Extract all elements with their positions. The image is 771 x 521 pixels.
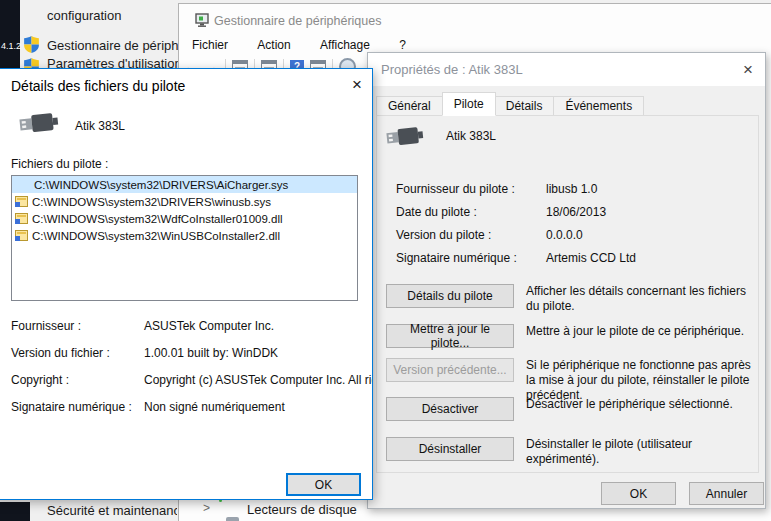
field-value: 0.0.0.0 <box>546 228 583 242</box>
tab-general[interactable]: Général <box>376 96 443 116</box>
action-description: Désactiver le périphérique sélectionné. <box>526 397 760 412</box>
menu-action[interactable]: Action <box>248 35 299 55</box>
field-value: Non signé numériquement <box>144 400 285 414</box>
background-dark-strip <box>0 0 20 68</box>
cancel-button[interactable]: Annuler <box>689 482 764 505</box>
field-label: Fournisseur du pilote : <box>396 182 515 196</box>
field-label: Version du fichier : <box>11 346 110 360</box>
list-item[interactable]: C:\WINDOWS\system32\DRIVERS\AiCharger.sy… <box>12 176 357 193</box>
tree-item-label[interactable]: Lecteurs de disque <box>247 502 357 517</box>
security-maintenance-link[interactable]: Sécurité et maintenance <box>47 503 177 518</box>
field-label: Fournisseur : <box>11 319 81 333</box>
list-item[interactable]: C:\WINDOWS\system32\WinUSBCoInstaller2.d… <box>12 227 357 244</box>
uninstall-driver-button[interactable]: Désinstaller <box>386 437 514 461</box>
tab-pilote[interactable]: Pilote <box>442 92 496 116</box>
update-driver-button[interactable]: Mettre à jour le pilote... <box>386 324 514 348</box>
device-manager-app-icon <box>195 13 209 30</box>
tree-row-disk-drives[interactable]: > Lecteurs de disque <box>203 500 363 521</box>
tab-evenements[interactable]: Événements <box>554 96 644 116</box>
close-icon[interactable]: × <box>345 76 369 93</box>
chevron-right-icon[interactable]: > <box>203 501 210 515</box>
usb-device-icon <box>18 109 60 139</box>
action-description: Afficher les détails concernant les fich… <box>526 284 760 314</box>
field-label: Date du pilote : <box>396 205 477 219</box>
field-value: Artemis CCD Ltd <box>546 251 636 265</box>
device-manager-title: Gestionnaire de périphériques <box>214 14 381 28</box>
roll-back-driver-button: Version précédente... <box>386 358 514 382</box>
driver-details-button[interactable]: Détails du pilote <box>386 284 514 308</box>
field-label: Signataire numérique : <box>396 251 517 265</box>
partial-icon <box>226 517 239 521</box>
field-label: Copyright : <box>11 373 69 387</box>
background-version-text: 4.1.2 <box>1 41 21 51</box>
device-name: Atik 383L <box>75 119 125 133</box>
close-icon[interactable]: × <box>736 61 760 78</box>
driver-files-listbox[interactable]: C:\WINDOWS\system32\DRIVERS\AiCharger.sy… <box>11 175 358 301</box>
field-value: libusb 1.0 <box>546 182 597 196</box>
action-description: Désinstaller le pilote (utilisateur expé… <box>526 437 760 467</box>
background-entry-device-manager[interactable]: Gestionnaire de périphéri <box>47 38 178 53</box>
properties-dialog: Propriétés de : Atik 383L × Général Pilo… <box>367 52 766 509</box>
usb-device-icon <box>385 123 425 152</box>
tab-strip: Général Pilote Détails Événements <box>376 94 644 116</box>
list-item[interactable]: C:\WINDOWS\system32\DRIVERS\winusb.sys <box>12 193 357 210</box>
disable-device-button[interactable]: Désactiver <box>386 397 514 421</box>
files-list-label: Fichiers du pilote : <box>11 157 108 171</box>
ok-button[interactable]: OK <box>601 482 676 505</box>
properties-title: Propriétés de : Atik 383L <box>381 62 523 77</box>
field-label: Signataire numérique : <box>11 400 132 414</box>
menu-fichier[interactable]: Fichier <box>183 35 237 55</box>
driver-file-details-dialog: Détails des fichiers du pilote × Atik 38… <box>0 68 373 500</box>
list-item[interactable]: C:\WINDOWS\system32\WdfCoInstaller01009.… <box>12 210 357 227</box>
background-dark-corner <box>0 502 30 521</box>
action-description: Mettre à jour le pilote de ce périphériq… <box>526 324 760 339</box>
field-value: 18/06/2013 <box>546 205 606 219</box>
driver-file-icon <box>15 213 28 224</box>
device-name: Atik 383L <box>446 129 496 143</box>
field-label: Version du pilote : <box>396 228 491 242</box>
driver-file-icon <box>15 196 28 207</box>
field-value: ASUSTek Computer Inc. <box>144 319 274 333</box>
driver-file-icon <box>15 230 28 241</box>
field-value: 1.00.01 built by: WinDDK <box>144 346 278 360</box>
driver-details-title: Détails des fichiers du pilote <box>11 78 185 94</box>
field-value: Copyright (c) ASUSTek Computer Inc. All … <box>144 373 372 387</box>
ok-button[interactable]: OK <box>286 473 361 496</box>
background-configuration-label: configuration <box>47 8 121 23</box>
uac-shield-icon <box>24 36 39 56</box>
tab-details[interactable]: Détails <box>495 96 555 116</box>
